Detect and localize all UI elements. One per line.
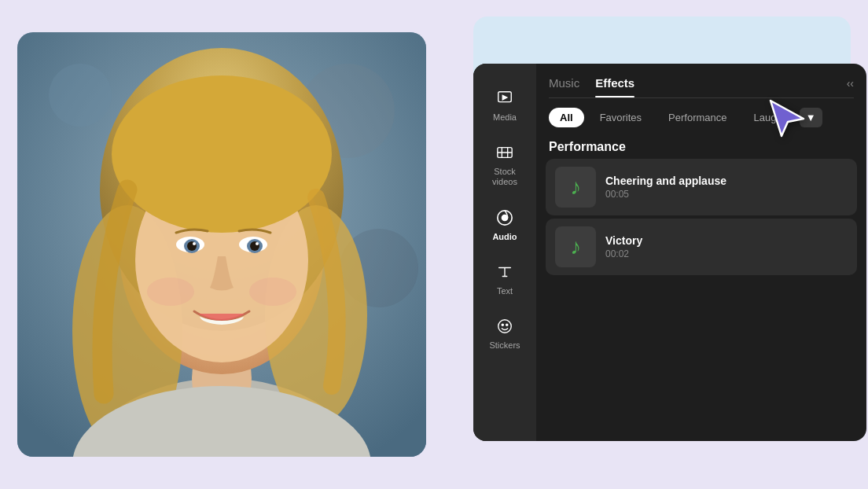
tabs-bar: Music Effects ‹‹ <box>536 64 866 97</box>
filter-pill-all[interactable]: All <box>549 108 584 127</box>
text-icon <box>494 261 516 283</box>
filter-bar: All Favorites Performance Laugh ▼ <box>536 98 866 134</box>
photo-background <box>17 32 426 457</box>
svg-point-21 <box>147 278 194 306</box>
filter-pill-favorites[interactable]: Favorites <box>589 108 653 127</box>
svg-point-35 <box>502 215 507 220</box>
photo-area <box>17 32 426 457</box>
svg-point-1 <box>49 64 112 127</box>
sound-thumb-cheering: ♪ <box>555 167 596 208</box>
audio-label: Audio <box>492 232 517 242</box>
svg-marker-39 <box>771 101 804 136</box>
main-content: Music Effects ‹‹ All Favorites <box>536 64 866 441</box>
sound-info-cheering: Cheering and applause 00:05 <box>605 175 726 200</box>
svg-point-37 <box>502 324 503 325</box>
text-label: Text <box>497 286 513 296</box>
music-note-icon-2: ♪ <box>570 234 581 259</box>
media-label: Media <box>493 112 517 123</box>
sidebar-item-audio[interactable]: Audio <box>477 199 532 250</box>
music-note-icon: ♪ <box>570 175 581 200</box>
stock-videos-icon <box>494 142 516 164</box>
main-container: Media Stockvideos <box>17 17 851 472</box>
sidebar-item-media[interactable]: Media <box>477 79 532 131</box>
svg-marker-29 <box>502 95 507 100</box>
tab-music[interactable]: Music <box>549 76 579 97</box>
tab-effects[interactable]: Effects <box>595 76 634 97</box>
tabs-bar-right: ‹‹ <box>847 77 854 97</box>
sound-item-victory[interactable]: ♪ Victory 00:02 <box>546 219 857 275</box>
sound-duration-cheering: 00:05 <box>605 189 726 200</box>
stickers-icon <box>494 315 516 337</box>
sidebar-item-stock-videos[interactable]: Stockvideos <box>477 134 532 195</box>
sound-title-cheering: Cheering and applause <box>605 175 726 187</box>
sidebar-item-text[interactable]: Text <box>477 253 532 304</box>
sound-list: ♪ Cheering and applause 00:05 ♪ Victory … <box>536 159 866 275</box>
sound-thumb-victory: ♪ <box>555 226 596 267</box>
sidebar: Media Stockvideos <box>473 64 536 441</box>
ui-panel: Media Stockvideos <box>473 64 866 441</box>
svg-point-19 <box>193 242 196 245</box>
sound-duration-victory: 00:02 <box>605 248 642 259</box>
media-icon <box>494 87 516 109</box>
stock-videos-label: Stockvideos <box>492 167 517 187</box>
sound-title-victory: Victory <box>605 234 642 247</box>
sound-item-cheering[interactable]: ♪ Cheering and applause 00:05 <box>546 159 857 215</box>
audio-icon <box>494 207 516 229</box>
svg-point-38 <box>506 324 508 325</box>
filter-pill-performance[interactable]: Performance <box>657 108 737 127</box>
sidebar-item-stickers[interactable]: Stickers <box>477 307 532 358</box>
sound-info-victory: Victory 00:02 <box>605 234 642 259</box>
svg-point-12 <box>112 75 332 233</box>
svg-point-20 <box>256 242 259 245</box>
svg-point-22 <box>249 278 296 306</box>
stickers-label: Stickers <box>489 340 520 351</box>
svg-point-36 <box>498 320 512 333</box>
chevron-left-icon[interactable]: ‹‹ <box>847 77 854 90</box>
section-header-performance: Performance <box>536 134 866 159</box>
